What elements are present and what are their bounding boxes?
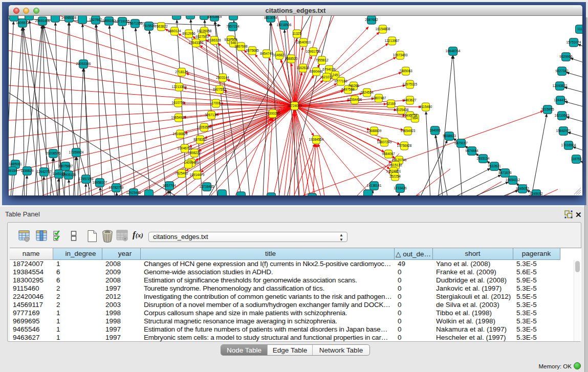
svg-text:9227342: 9227342 xyxy=(555,69,569,73)
svg-text:746266: 746266 xyxy=(348,84,359,87)
svg-text:8878352: 8878352 xyxy=(193,138,207,141)
svg-text:18226058: 18226058 xyxy=(197,29,212,33)
svg-text:7485063: 7485063 xyxy=(399,69,412,73)
svg-text:3215955: 3215955 xyxy=(541,107,554,111)
svg-text:17016504: 17016504 xyxy=(561,143,576,147)
svg-text:15751074: 15751074 xyxy=(567,40,581,44)
svg-text:2935114: 2935114 xyxy=(477,157,490,160)
svg-text:10807487: 10807487 xyxy=(372,96,386,100)
svg-text:39975887: 39975887 xyxy=(58,164,73,168)
svg-text:15692971: 15692971 xyxy=(556,129,571,133)
svg-text:1615132: 1615132 xyxy=(389,163,402,167)
svg-text:2803144: 2803144 xyxy=(216,76,229,79)
svg-text:1162635: 1162635 xyxy=(297,66,310,70)
svg-text:6466160: 6466160 xyxy=(102,19,116,23)
svg-text:8454749: 8454749 xyxy=(260,52,273,55)
svg-text:19218506: 19218506 xyxy=(277,23,292,27)
svg-text:12213369: 12213369 xyxy=(172,85,187,89)
svg-text:16782759: 16782759 xyxy=(109,186,124,189)
svg-text:39154: 39154 xyxy=(9,169,17,172)
svg-text:12905135: 12905135 xyxy=(61,173,76,177)
svg-text:16210643: 16210643 xyxy=(555,114,570,117)
svg-text:10046796: 10046796 xyxy=(178,146,192,150)
svg-text:18300295: 18300295 xyxy=(266,112,280,115)
svg-text:16958107: 16958107 xyxy=(93,181,107,184)
svg-text:252254: 252254 xyxy=(389,174,401,178)
svg-text:9684067: 9684067 xyxy=(382,152,395,156)
svg-text:7955812: 7955812 xyxy=(315,58,329,62)
svg-text:111: 111 xyxy=(577,27,582,31)
svg-text:8660124: 8660124 xyxy=(168,29,181,33)
svg-text:19654923: 19654923 xyxy=(171,116,186,119)
svg-text:21065328: 21065328 xyxy=(62,16,77,19)
svg-text:8813054: 8813054 xyxy=(264,16,277,19)
svg-text:20053346: 20053346 xyxy=(76,62,91,65)
svg-text:12353594: 12353594 xyxy=(197,125,212,129)
svg-text:19654923: 19654923 xyxy=(401,129,416,133)
svg-text:9463627: 9463627 xyxy=(403,98,417,102)
svg-text:20364436: 20364436 xyxy=(347,98,362,101)
svg-text:12213967: 12213967 xyxy=(385,39,400,42)
svg-text:7663822: 7663822 xyxy=(155,25,168,28)
svg-text:9115460: 9115460 xyxy=(420,105,432,108)
svg-text:1156829: 1156829 xyxy=(21,169,34,172)
svg-text:8912956: 8912956 xyxy=(182,32,195,35)
svg-text:6497568: 6497568 xyxy=(341,87,355,91)
svg-text:9777169: 9777169 xyxy=(334,79,347,83)
svg-text:10688609: 10688609 xyxy=(367,129,382,133)
svg-text:2867608: 2867608 xyxy=(234,45,248,48)
svg-text:9146821: 9146821 xyxy=(273,53,286,57)
svg-text:13716485: 13716485 xyxy=(200,185,214,188)
svg-text:9245052: 9245052 xyxy=(530,192,543,195)
svg-text:964: 964 xyxy=(412,116,418,120)
svg-text:9329966: 9329966 xyxy=(559,55,573,58)
svg-text:5938923: 5938923 xyxy=(443,134,456,138)
svg-text:10025438: 10025438 xyxy=(394,108,409,112)
svg-text:12093822: 12093822 xyxy=(553,84,568,87)
svg-text:16543382: 16543382 xyxy=(189,41,204,45)
svg-text:6879197: 6879197 xyxy=(454,141,468,145)
svg-text:7632621: 7632621 xyxy=(488,164,501,168)
svg-text:16671355: 16671355 xyxy=(128,21,143,25)
svg-text:1485061: 1485061 xyxy=(9,162,22,166)
svg-text:17006: 17006 xyxy=(211,101,221,105)
svg-text:2087682: 2087682 xyxy=(365,18,378,21)
svg-text:1405572: 1405572 xyxy=(16,21,29,25)
svg-text:7625402: 7625402 xyxy=(175,171,188,175)
svg-text:3824554: 3824554 xyxy=(360,91,374,94)
svg-text:116753: 116753 xyxy=(571,157,582,161)
svg-text:1588520: 1588520 xyxy=(285,57,298,60)
svg-text:16648764: 16648764 xyxy=(446,49,461,53)
svg-text:9657794: 9657794 xyxy=(163,184,176,187)
svg-text:18640910: 18640910 xyxy=(296,40,311,44)
svg-text:6794028: 6794028 xyxy=(322,68,336,71)
svg-text:3875685: 3875685 xyxy=(246,49,259,52)
svg-text:9245052: 9245052 xyxy=(516,187,529,190)
svg-text:12923446: 12923446 xyxy=(126,191,141,194)
svg-text:10973493: 10973493 xyxy=(393,53,408,57)
svg-text:1610755: 1610755 xyxy=(171,101,185,104)
svg-text:19756928: 19756928 xyxy=(397,144,412,147)
svg-text:13524851: 13524851 xyxy=(386,169,401,173)
svg-text:1527602: 1527602 xyxy=(89,18,102,21)
svg-text:9474444: 9474444 xyxy=(465,149,478,152)
svg-text:10961758: 10961758 xyxy=(306,50,321,53)
svg-text:16914479: 16914479 xyxy=(190,173,205,177)
svg-text:1498222: 1498222 xyxy=(188,151,201,155)
svg-text:546: 546 xyxy=(231,41,236,45)
svg-text:245: 245 xyxy=(333,73,338,77)
svg-text:2718126: 2718126 xyxy=(175,70,188,74)
svg-text:18807249: 18807249 xyxy=(377,140,392,144)
svg-text:1244415: 1244415 xyxy=(554,98,567,102)
svg-text:1621072: 1621072 xyxy=(320,75,333,79)
svg-text:17359924: 17359924 xyxy=(69,150,84,154)
svg-text:19384554: 19384554 xyxy=(309,138,324,141)
svg-text:8427552: 8427552 xyxy=(213,87,226,91)
svg-text:12975115: 12975115 xyxy=(403,82,418,86)
svg-text:8990448: 8990448 xyxy=(310,70,323,73)
svg-text:12942757: 12942757 xyxy=(37,170,52,173)
svg-text:11325: 11325 xyxy=(292,32,301,35)
svg-text:9327503: 9327503 xyxy=(195,35,209,38)
svg-text:7515526: 7515526 xyxy=(142,24,156,28)
svg-text:14099489: 14099489 xyxy=(184,161,199,164)
